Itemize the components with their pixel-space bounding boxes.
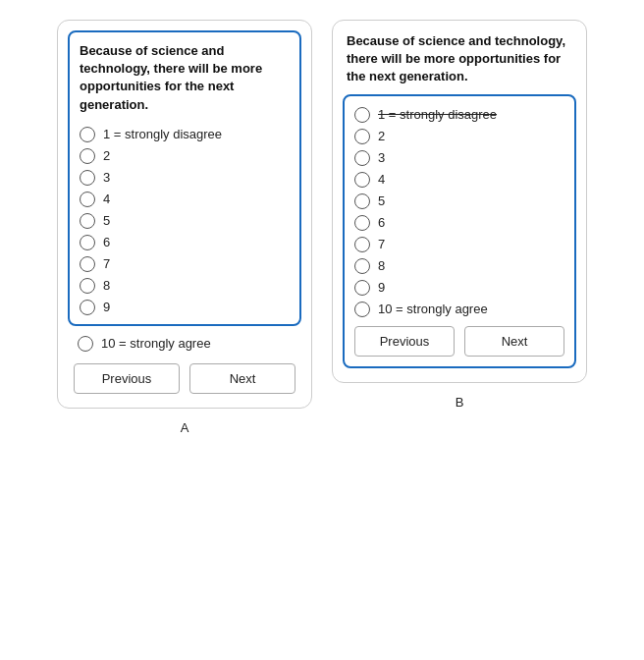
option-label: 9 xyxy=(103,300,110,314)
radio-circle[interactable] xyxy=(354,237,370,252)
radio-list-a: 1 = strongly disagree 2 3 4 xyxy=(80,124,290,318)
question-text-a: Because of science and technology, there… xyxy=(80,42,290,114)
next-button-a[interactable]: Next xyxy=(189,363,295,394)
radio-circle[interactable] xyxy=(80,192,95,207)
radio-circle[interactable] xyxy=(354,193,370,209)
option-label: 10 = strongly agree xyxy=(378,302,488,316)
blue-box-b: 1 = strongly disagree 2 3 4 xyxy=(343,94,576,368)
list-item: 1 = strongly disagree xyxy=(80,124,290,145)
panel-label-a: A xyxy=(181,420,189,435)
option-label: 1 = strongly disagree xyxy=(103,127,222,141)
next-button-b[interactable]: Next xyxy=(464,326,564,357)
panel-label-b: B xyxy=(456,395,464,410)
option-label: 4 xyxy=(103,192,110,206)
option-label: 7 xyxy=(103,256,110,271)
radio-circle[interactable] xyxy=(354,280,370,296)
list-item: 3 xyxy=(80,167,290,189)
option-label: 2 xyxy=(103,148,110,163)
list-item: 4 xyxy=(80,189,290,210)
button-row-b: Previous Next xyxy=(354,320,564,357)
radio-circle[interactable] xyxy=(354,107,370,123)
radio-circle[interactable] xyxy=(80,300,95,315)
list-item: 9 xyxy=(354,277,564,299)
button-row-a: Previous Next xyxy=(68,358,301,394)
radio-circle[interactable] xyxy=(354,258,370,274)
radio-circle[interactable] xyxy=(80,213,95,229)
option-label: 7 xyxy=(378,237,385,251)
list-item: 8 xyxy=(80,275,290,297)
radio-circle[interactable] xyxy=(80,170,95,186)
list-item: 9 xyxy=(80,297,290,318)
option-label: 2 xyxy=(378,129,385,143)
list-item: 4 xyxy=(354,169,564,191)
radio-circle[interactable] xyxy=(354,172,370,188)
list-item: 6 xyxy=(80,232,290,253)
radio-circle[interactable] xyxy=(354,150,370,166)
previous-button-b[interactable]: Previous xyxy=(354,326,455,357)
option-label: 8 xyxy=(103,278,110,293)
question-box-a: Because of science and technology, there… xyxy=(68,30,301,326)
radio-circle[interactable] xyxy=(354,215,370,231)
panel-a-wrapper: Because of science and technology, there… xyxy=(57,20,312,435)
radio-list-b: 1 = strongly disagree 2 3 4 xyxy=(354,104,564,320)
radio-circle[interactable] xyxy=(80,148,95,164)
list-item: 2 xyxy=(80,145,290,167)
option-label: 4 xyxy=(378,172,385,187)
radio-circle[interactable] xyxy=(354,302,370,317)
list-item: 5 xyxy=(354,191,564,212)
list-item: 10 = strongly agree xyxy=(354,299,564,320)
question-text-b: Because of science and technology, there… xyxy=(343,30,576,94)
panel-b-wrapper: Because of science and technology, there… xyxy=(332,20,587,410)
option-label: 10 = strongly agree xyxy=(101,336,211,351)
radio-circle[interactable] xyxy=(80,127,95,142)
phone-a: Because of science and technology, there… xyxy=(57,20,312,409)
list-item: 10 = strongly agree xyxy=(68,332,301,358)
previous-button-a[interactable]: Previous xyxy=(74,363,180,394)
option-label: 1 = strongly disagree xyxy=(378,107,497,122)
radio-circle[interactable] xyxy=(80,256,95,272)
option-label: 5 xyxy=(103,213,110,228)
radio-circle[interactable] xyxy=(78,336,93,352)
option-label: 3 xyxy=(103,170,110,185)
list-item: 1 = strongly disagree xyxy=(354,104,564,126)
list-item: 7 xyxy=(354,234,564,255)
phone-b: Because of science and technology, there… xyxy=(332,20,587,383)
option-label: 5 xyxy=(378,193,385,208)
radio-circle[interactable] xyxy=(354,129,370,144)
panels-container: Because of science and technology, there… xyxy=(57,20,587,435)
list-item: 2 xyxy=(354,126,564,147)
list-item: 8 xyxy=(354,255,564,277)
radio-circle[interactable] xyxy=(80,235,95,250)
option-label: 8 xyxy=(378,258,385,273)
list-item: 7 xyxy=(80,253,290,275)
option-label: 9 xyxy=(378,280,385,295)
list-item: 5 xyxy=(80,210,290,232)
radio-circle[interactable] xyxy=(80,278,95,294)
option-label: 3 xyxy=(378,150,385,165)
list-item: 6 xyxy=(354,212,564,234)
option-label: 6 xyxy=(378,215,385,230)
list-item: 3 xyxy=(354,147,564,169)
option-label: 6 xyxy=(103,235,110,249)
